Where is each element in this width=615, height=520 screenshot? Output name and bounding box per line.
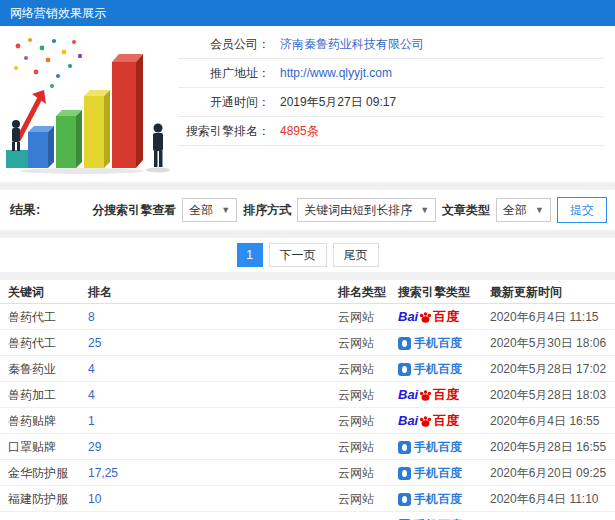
confetti-dots bbox=[14, 38, 82, 88]
baidu-logo-bai-text: Bai bbox=[398, 408, 418, 434]
engine-cell: 手机百度 bbox=[398, 330, 462, 356]
engine-filter-select[interactable]: 全部 ▼ bbox=[182, 198, 237, 222]
sort-filter-select[interactable]: 关键词由短到长排序 ▼ bbox=[297, 198, 436, 222]
window-titlebar: 网络营销效果展示 bbox=[0, 0, 615, 26]
keyword-cell: 兽药代工 bbox=[8, 330, 56, 356]
engine-cell: 手机百度 bbox=[398, 434, 462, 460]
mobile-baidu-logo: 手机百度 bbox=[398, 512, 462, 520]
rank-link[interactable]: 4 bbox=[88, 356, 95, 382]
baidu-logo: Bai 百度 bbox=[398, 304, 459, 330]
bar-red bbox=[112, 54, 143, 168]
rank-type-cell: 云网站 bbox=[338, 382, 374, 408]
page-title: 网络营销效果展示 bbox=[10, 6, 106, 20]
engine-cell: Bai 百度 bbox=[398, 304, 459, 330]
member-info-value[interactable]: 济南秦鲁药业科技有限公司 bbox=[280, 36, 424, 53]
keyword-cell: 兽药代工 bbox=[8, 304, 56, 330]
update-time-cell: 2020年6月4日 11:15 bbox=[490, 304, 599, 330]
engine-cell: Bai 百度 bbox=[398, 382, 459, 408]
table-header-row: 关键词 排名 排名类型 搜索引擎类型 最新更新时间 bbox=[0, 280, 615, 304]
submit-button[interactable]: 提交 bbox=[557, 197, 607, 223]
update-time-cell: 2020年6月20日 09:25 bbox=[490, 460, 606, 486]
rank-link[interactable]: 1 bbox=[88, 408, 95, 434]
rank-link[interactable]: 25 bbox=[88, 330, 101, 356]
result-label: 结果: bbox=[10, 201, 40, 219]
keyword-cell: 福建防护服 bbox=[8, 486, 68, 512]
member-info-label: 推广地址： bbox=[178, 65, 270, 82]
filter-bar: 结果: 分搜索引擎查看 全部 ▼ 排序方式 关键词由短到长排序 ▼ 文章类型 全… bbox=[0, 190, 615, 230]
baidu-paw-icon bbox=[419, 389, 432, 402]
table-row: 口罩贴牌 29 云网站 手机百度 2020年5月28日 16:55 bbox=[0, 434, 615, 460]
rank-link[interactable]: 8 bbox=[88, 304, 95, 330]
article-type-filter-value: 全部 bbox=[503, 202, 527, 219]
engine-cell: Bai 百度 bbox=[398, 408, 459, 434]
mobile-baidu-text: 手机百度 bbox=[414, 486, 462, 512]
mobile-baidu-text: 手机百度 bbox=[414, 434, 462, 460]
page-number-current[interactable]: 1 bbox=[237, 243, 263, 267]
chevron-down-icon: ▼ bbox=[221, 205, 230, 215]
keyword-cell: 金华防护服 bbox=[8, 460, 68, 486]
engine-cell: 手机百度 bbox=[398, 486, 462, 512]
bar-yellow bbox=[84, 90, 110, 168]
rank-type-cell: 云网站 bbox=[338, 304, 374, 330]
table-row: 兽药贴牌 1 云网站 Bai 百度 2020年6月4日 16:55 bbox=[0, 408, 615, 434]
pagination: 1 下一页 尾页 bbox=[0, 238, 615, 272]
baidu-logo: Bai 百度 bbox=[398, 382, 459, 408]
update-time-cell: 2020年6月4日 11:10 bbox=[490, 486, 599, 512]
update-time-cell: 2020年5月28日 16:55 bbox=[490, 434, 606, 460]
chevron-down-icon: ▼ bbox=[535, 205, 544, 215]
mobile-baidu-logo: 手机百度 bbox=[398, 434, 462, 460]
member-info-value[interactable]: http://www.qlyyjt.com bbox=[280, 66, 392, 80]
rank-link[interactable]: 17,25 bbox=[88, 460, 118, 486]
mobile-baidu-icon bbox=[398, 337, 411, 350]
keyword-cell: 口罩贴牌 bbox=[8, 434, 56, 460]
next-page-button[interactable]: 下一页 bbox=[269, 243, 327, 267]
header-engine-type: 搜索引擎类型 bbox=[398, 280, 470, 304]
businessman-right-figure bbox=[146, 124, 170, 173]
baidu-logo: Bai 百度 bbox=[398, 408, 459, 434]
mobile-baidu-text: 手机百度 bbox=[414, 330, 462, 356]
header-update-time: 最新更新时间 bbox=[490, 280, 562, 304]
member-info-row: 开通时间： 2019年5月27日 09:17 bbox=[178, 88, 604, 117]
member-info-value: 2019年5月27日 09:17 bbox=[280, 94, 396, 111]
keyword-cell: 秦鲁药业 bbox=[8, 356, 56, 382]
mobile-baidu-text: 手机百度 bbox=[414, 356, 462, 382]
mobile-baidu-icon bbox=[398, 441, 411, 454]
rank-link[interactable]: 29 bbox=[88, 434, 101, 460]
rank-link[interactable]: 10 bbox=[88, 486, 101, 512]
mobile-baidu-text: 手机百度 bbox=[414, 512, 462, 520]
marketing-chart-illustration bbox=[4, 32, 182, 178]
member-info-row: 会员公司： 济南秦鲁药业科技有限公司 bbox=[178, 30, 604, 59]
header-rank: 排名 bbox=[88, 280, 112, 304]
sort-filter-label: 排序方式 bbox=[243, 202, 291, 219]
baidu-logo-cn-text: 百度 bbox=[433, 408, 459, 434]
header-rank-type: 排名类型 bbox=[338, 280, 386, 304]
article-type-filter-select[interactable]: 全部 ▼ bbox=[496, 198, 551, 222]
member-info-panel: 会员公司： 济南秦鲁药业科技有限公司 推广地址： http://www.qlyy… bbox=[0, 26, 615, 182]
filter-controls: 分搜索引擎查看 全部 ▼ 排序方式 关键词由短到长排序 ▼ 文章类型 全部 ▼ … bbox=[92, 197, 607, 223]
table-row: 兽药代工 25 云网站 手机百度 2020年5月30日 18:06 bbox=[0, 330, 615, 356]
engine-cell: 手机百度 bbox=[398, 512, 462, 520]
member-info-row: 推广地址： http://www.qlyyjt.com bbox=[178, 59, 604, 88]
baidu-logo-bai-text: Bai bbox=[398, 382, 418, 408]
engine-filter-value: 全部 bbox=[189, 202, 213, 219]
results-table: 关键词 排名 排名类型 搜索引擎类型 最新更新时间 兽药代工 8 云网站 Bai… bbox=[0, 280, 615, 520]
sort-filter-value: 关键词由短到长排序 bbox=[304, 202, 412, 219]
rank-type-cell: 云网站 bbox=[338, 434, 374, 460]
article-type-filter-label: 文章类型 bbox=[442, 202, 490, 219]
update-time-cell: 2020年5月30日 18:06 bbox=[490, 330, 606, 356]
member-info-row: 搜索引擎排名： 4895条 bbox=[178, 117, 604, 146]
table-row: 福建防护服 10 云网站 手机百度 2020年6月4日 11:10 bbox=[0, 486, 615, 512]
baidu-logo-cn-text: 百度 bbox=[433, 304, 459, 330]
update-time-cell: 2020年6月4日 16:55 bbox=[490, 408, 599, 434]
last-page-button[interactable]: 尾页 bbox=[333, 243, 379, 267]
rank-link[interactable]: 4 bbox=[88, 382, 95, 408]
mobile-baidu-text: 手机百度 bbox=[414, 460, 462, 486]
header-keyword: 关键词 bbox=[8, 280, 44, 304]
baidu-paw-icon bbox=[419, 415, 432, 428]
keyword-cell: 兽药贴牌 bbox=[8, 408, 56, 434]
baidu-logo-bai-text: Bai bbox=[398, 304, 418, 330]
chevron-down-icon: ▼ bbox=[420, 205, 429, 215]
bar-green bbox=[56, 110, 82, 168]
member-info-label: 开通时间： bbox=[178, 94, 270, 111]
member-info-label: 搜索引擎排名： bbox=[178, 123, 270, 140]
